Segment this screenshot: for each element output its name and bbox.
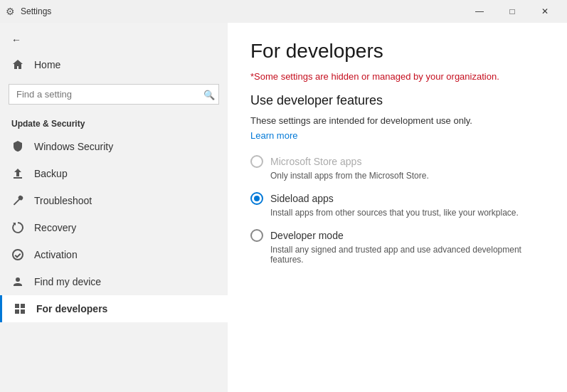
back-icon: ←	[11, 34, 21, 46]
radio-label-microsoft-store: Microsoft Store apps	[270, 156, 361, 167]
home-label: Home	[34, 59, 60, 70]
title-bar-title: Settings	[21, 6, 51, 16]
settings-icon: ⚙	[6, 6, 15, 17]
section-header: Update & Security	[0, 110, 228, 133]
home-icon	[11, 58, 24, 71]
wrench-icon	[11, 194, 24, 207]
grid-icon	[14, 302, 26, 315]
sidebar-item-backup[interactable]: Backup	[0, 160, 228, 187]
sidebar-item-home[interactable]: Home	[0, 51, 228, 78]
radio-option-microsoft-store: Microsoft Store appsOnly install apps fr…	[250, 155, 544, 181]
radio-desc-sideload: Install apps from other sources that you…	[270, 208, 544, 218]
sidebar-item-find-my-device[interactable]: Find my device	[0, 268, 228, 295]
person-icon	[11, 275, 24, 288]
sidebar-item-label-windows-security: Windows Security	[34, 141, 113, 152]
check-circle-icon	[11, 248, 24, 261]
sidebar-item-recovery[interactable]: Recovery	[0, 214, 228, 241]
svg-rect-2	[15, 309, 19, 314]
close-button[interactable]: ✕	[529, 0, 561, 23]
org-warning: *Some settings are hidden or managed by …	[250, 71, 544, 82]
title-bar-left: ⚙ Settings	[6, 6, 51, 17]
radio-group: Microsoft Store appsOnly install apps fr…	[250, 155, 544, 265]
title-bar: ⚙ Settings — □ ✕	[0, 0, 567, 23]
sidebar-item-troubleshoot[interactable]: Troubleshoot	[0, 187, 228, 214]
radio-header-sideload: Sideload apps	[250, 192, 544, 205]
section-title: Use developer features	[250, 93, 544, 108]
sidebar-item-label-recovery: Recovery	[34, 222, 76, 233]
learn-more-link[interactable]: Learn more	[250, 130, 297, 141]
radio-circle-sideload[interactable]	[250, 192, 263, 205]
maximize-button[interactable]: □	[496, 0, 529, 23]
radio-desc-developer-mode: Install any signed and trusted app and u…	[270, 245, 544, 265]
sidebar-item-label-troubleshoot: Troubleshoot	[34, 195, 92, 206]
section-desc: These settings are intended for developm…	[250, 115, 544, 126]
sidebar-item-label-for-developers: For developers	[36, 303, 107, 314]
sidebar-item-label-activation: Activation	[34, 249, 78, 260]
back-button[interactable]: ←	[0, 28, 228, 51]
nav-items: Windows SecurityBackupTroubleshootRecove…	[0, 133, 228, 322]
radio-option-developer-mode: Developer modeInstall any signed and tru…	[250, 229, 544, 265]
content-area: For developers *Some settings are hidden…	[228, 23, 567, 392]
sidebar: ← Home 🔍 Update & Security Windows Secur…	[0, 23, 228, 392]
minimize-button[interactable]: —	[463, 0, 496, 23]
sidebar-item-label-backup: Backup	[34, 168, 68, 179]
radio-option-sideload: Sideload appsInstall apps from other sou…	[250, 192, 544, 218]
svg-rect-3	[21, 309, 25, 314]
sidebar-item-windows-security[interactable]: Windows Security	[0, 133, 228, 160]
page-title: For developers	[250, 40, 544, 63]
radio-desc-microsoft-store: Only install apps from the Microsoft Sto…	[270, 171, 544, 181]
sidebar-item-activation[interactable]: Activation	[0, 241, 228, 268]
shield-icon	[11, 140, 24, 153]
svg-rect-0	[15, 304, 19, 308]
title-bar-controls: — □ ✕	[463, 0, 561, 23]
search-box: 🔍	[9, 84, 219, 105]
search-input[interactable]	[9, 84, 219, 105]
radio-label-sideload: Sideload apps	[270, 193, 334, 204]
radio-circle-microsoft-store[interactable]	[250, 155, 263, 168]
search-button[interactable]: 🔍	[203, 89, 215, 100]
upload-icon	[11, 167, 24, 180]
svg-rect-1	[21, 304, 25, 308]
radio-circle-developer-mode[interactable]	[250, 229, 263, 242]
refresh-icon	[11, 221, 24, 234]
sidebar-item-for-developers[interactable]: For developers	[0, 295, 228, 322]
radio-header-microsoft-store: Microsoft Store apps	[250, 155, 544, 168]
sidebar-item-label-find-my-device: Find my device	[34, 276, 101, 287]
main-container: ← Home 🔍 Update & Security Windows Secur…	[0, 23, 567, 392]
radio-header-developer-mode: Developer mode	[250, 229, 544, 242]
radio-label-developer-mode: Developer mode	[270, 230, 344, 241]
